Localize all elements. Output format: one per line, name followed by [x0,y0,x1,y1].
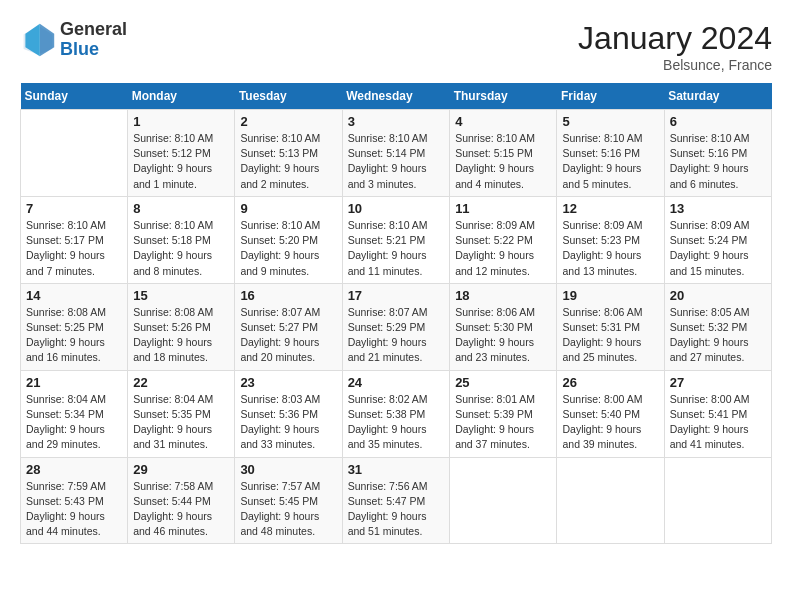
day-info: Sunrise: 8:09 AMSunset: 5:23 PMDaylight:… [562,218,658,279]
calendar-week-5: 28Sunrise: 7:59 AMSunset: 5:43 PMDayligh… [21,457,772,544]
calendar-cell: 17Sunrise: 8:07 AMSunset: 5:29 PMDayligh… [342,283,450,370]
day-info: Sunrise: 8:07 AMSunset: 5:27 PMDaylight:… [240,305,336,366]
day-number: 25 [455,375,551,390]
day-info: Sunrise: 8:10 AMSunset: 5:15 PMDaylight:… [455,131,551,192]
calendar-week-3: 14Sunrise: 8:08 AMSunset: 5:25 PMDayligh… [21,283,772,370]
weekday-header-tuesday: Tuesday [235,83,342,110]
day-number: 10 [348,201,445,216]
day-number: 7 [26,201,122,216]
calendar-cell: 28Sunrise: 7:59 AMSunset: 5:43 PMDayligh… [21,457,128,544]
day-info: Sunrise: 7:59 AMSunset: 5:43 PMDaylight:… [26,479,122,540]
day-number: 22 [133,375,229,390]
day-info: Sunrise: 8:03 AMSunset: 5:36 PMDaylight:… [240,392,336,453]
day-info: Sunrise: 8:10 AMSunset: 5:18 PMDaylight:… [133,218,229,279]
calendar-cell: 9Sunrise: 8:10 AMSunset: 5:20 PMDaylight… [235,196,342,283]
day-info: Sunrise: 8:08 AMSunset: 5:25 PMDaylight:… [26,305,122,366]
day-number: 24 [348,375,445,390]
day-number: 27 [670,375,766,390]
day-info: Sunrise: 8:09 AMSunset: 5:22 PMDaylight:… [455,218,551,279]
day-number: 18 [455,288,551,303]
weekday-header-row: SundayMondayTuesdayWednesdayThursdayFrid… [21,83,772,110]
day-number: 5 [562,114,658,129]
day-number: 28 [26,462,122,477]
calendar-week-2: 7Sunrise: 8:10 AMSunset: 5:17 PMDaylight… [21,196,772,283]
calendar-cell: 16Sunrise: 8:07 AMSunset: 5:27 PMDayligh… [235,283,342,370]
title-block: January 2024 Belsunce, France [578,20,772,73]
weekday-header-friday: Friday [557,83,664,110]
day-number: 11 [455,201,551,216]
day-info: Sunrise: 8:06 AMSunset: 5:30 PMDaylight:… [455,305,551,366]
day-info: Sunrise: 8:10 AMSunset: 5:17 PMDaylight:… [26,218,122,279]
calendar-cell: 4Sunrise: 8:10 AMSunset: 5:15 PMDaylight… [450,110,557,197]
day-info: Sunrise: 8:10 AMSunset: 5:16 PMDaylight:… [562,131,658,192]
calendar-cell: 31Sunrise: 7:56 AMSunset: 5:47 PMDayligh… [342,457,450,544]
calendar-cell: 25Sunrise: 8:01 AMSunset: 5:39 PMDayligh… [450,370,557,457]
day-number: 6 [670,114,766,129]
day-info: Sunrise: 8:08 AMSunset: 5:26 PMDaylight:… [133,305,229,366]
calendar-cell [557,457,664,544]
calendar-cell [450,457,557,544]
logo-blue: Blue [60,40,127,60]
calendar-body: 1Sunrise: 8:10 AMSunset: 5:12 PMDaylight… [21,110,772,544]
day-info: Sunrise: 8:06 AMSunset: 5:31 PMDaylight:… [562,305,658,366]
calendar-cell: 12Sunrise: 8:09 AMSunset: 5:23 PMDayligh… [557,196,664,283]
calendar-cell: 29Sunrise: 7:58 AMSunset: 5:44 PMDayligh… [128,457,235,544]
day-number: 19 [562,288,658,303]
month-year: January 2024 [578,20,772,57]
day-info: Sunrise: 8:07 AMSunset: 5:29 PMDaylight:… [348,305,445,366]
day-info: Sunrise: 8:00 AMSunset: 5:40 PMDaylight:… [562,392,658,453]
calendar-cell: 3Sunrise: 8:10 AMSunset: 5:14 PMDaylight… [342,110,450,197]
calendar-week-1: 1Sunrise: 8:10 AMSunset: 5:12 PMDaylight… [21,110,772,197]
svg-marker-2 [25,24,39,56]
logo-icon [20,22,56,58]
day-number: 31 [348,462,445,477]
calendar-cell: 5Sunrise: 8:10 AMSunset: 5:16 PMDaylight… [557,110,664,197]
calendar-cell: 22Sunrise: 8:04 AMSunset: 5:35 PMDayligh… [128,370,235,457]
day-info: Sunrise: 7:57 AMSunset: 5:45 PMDaylight:… [240,479,336,540]
calendar-cell: 20Sunrise: 8:05 AMSunset: 5:32 PMDayligh… [664,283,771,370]
day-info: Sunrise: 7:58 AMSunset: 5:44 PMDaylight:… [133,479,229,540]
day-number: 17 [348,288,445,303]
calendar-cell [664,457,771,544]
day-number: 14 [26,288,122,303]
location: Belsunce, France [578,57,772,73]
calendar-cell: 15Sunrise: 8:08 AMSunset: 5:26 PMDayligh… [128,283,235,370]
day-number: 23 [240,375,336,390]
calendar-cell: 30Sunrise: 7:57 AMSunset: 5:45 PMDayligh… [235,457,342,544]
day-info: Sunrise: 8:04 AMSunset: 5:34 PMDaylight:… [26,392,122,453]
day-info: Sunrise: 7:56 AMSunset: 5:47 PMDaylight:… [348,479,445,540]
calendar-cell: 7Sunrise: 8:10 AMSunset: 5:17 PMDaylight… [21,196,128,283]
calendar-cell: 14Sunrise: 8:08 AMSunset: 5:25 PMDayligh… [21,283,128,370]
calendar-cell: 21Sunrise: 8:04 AMSunset: 5:34 PMDayligh… [21,370,128,457]
day-number: 30 [240,462,336,477]
calendar-table: SundayMondayTuesdayWednesdayThursdayFrid… [20,83,772,544]
day-info: Sunrise: 8:10 AMSunset: 5:20 PMDaylight:… [240,218,336,279]
page-header: General Blue January 2024 Belsunce, Fran… [20,20,772,73]
day-info: Sunrise: 8:10 AMSunset: 5:16 PMDaylight:… [670,131,766,192]
day-number: 16 [240,288,336,303]
weekday-header-thursday: Thursday [450,83,557,110]
weekday-header-monday: Monday [128,83,235,110]
day-number: 21 [26,375,122,390]
day-info: Sunrise: 8:01 AMSunset: 5:39 PMDaylight:… [455,392,551,453]
day-number: 13 [670,201,766,216]
day-number: 4 [455,114,551,129]
day-number: 9 [240,201,336,216]
calendar-cell: 2Sunrise: 8:10 AMSunset: 5:13 PMDaylight… [235,110,342,197]
day-number: 29 [133,462,229,477]
calendar-cell: 18Sunrise: 8:06 AMSunset: 5:30 PMDayligh… [450,283,557,370]
calendar-cell: 26Sunrise: 8:00 AMSunset: 5:40 PMDayligh… [557,370,664,457]
day-number: 20 [670,288,766,303]
calendar-cell: 10Sunrise: 8:10 AMSunset: 5:21 PMDayligh… [342,196,450,283]
day-number: 15 [133,288,229,303]
day-info: Sunrise: 8:02 AMSunset: 5:38 PMDaylight:… [348,392,445,453]
weekday-header-saturday: Saturday [664,83,771,110]
calendar-week-4: 21Sunrise: 8:04 AMSunset: 5:34 PMDayligh… [21,370,772,457]
calendar-cell: 8Sunrise: 8:10 AMSunset: 5:18 PMDaylight… [128,196,235,283]
calendar-cell: 23Sunrise: 8:03 AMSunset: 5:36 PMDayligh… [235,370,342,457]
calendar-cell: 24Sunrise: 8:02 AMSunset: 5:38 PMDayligh… [342,370,450,457]
day-number: 12 [562,201,658,216]
calendar-cell: 13Sunrise: 8:09 AMSunset: 5:24 PMDayligh… [664,196,771,283]
day-number: 3 [348,114,445,129]
day-number: 26 [562,375,658,390]
